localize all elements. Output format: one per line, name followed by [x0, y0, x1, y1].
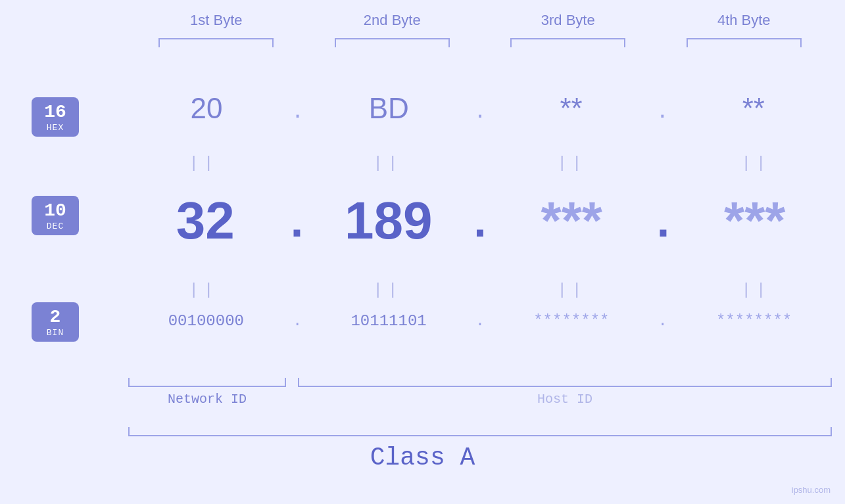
bracket-byte1 — [158, 38, 274, 47]
hex-dot3: . — [659, 94, 666, 124]
dec-dot3: . — [657, 195, 669, 247]
dec-dot1: . — [291, 195, 303, 247]
dec-dot2: . — [473, 195, 486, 247]
dec-byte4: *** — [686, 191, 824, 251]
hex-data-row: 20 . BD . ** . ** — [128, 92, 832, 125]
equals-row-1: || || || || — [128, 154, 832, 172]
hex-byte1: 20 — [137, 92, 276, 125]
bin-data-row: 00100000 . 10111101 . ******** . *******… — [128, 312, 832, 330]
bin-byte3: ******** — [502, 312, 640, 330]
bottom-bracket-host — [298, 378, 832, 387]
bin-byte2: 10111101 — [320, 312, 458, 330]
byte-headers: 1st Byte 2nd Byte 3rd Byte 4th Byte — [128, 12, 832, 29]
header-byte4: 4th Byte — [675, 12, 813, 29]
network-id-label: Network ID — [128, 392, 286, 407]
bracket-byte3 — [510, 38, 625, 47]
eq2-b1: || — [135, 281, 273, 299]
header-byte3: 3rd Byte — [499, 12, 637, 29]
bracket-byte4 — [687, 38, 802, 47]
badge-hex-label: HEX — [35, 123, 76, 133]
header-byte2: 2nd Byte — [323, 12, 461, 29]
badge-hex-number: 16 — [35, 103, 76, 123]
eq1-b1: || — [135, 154, 273, 172]
badge-dec-label: DEC — [35, 221, 76, 231]
badge-dec: 10 DEC — [32, 196, 79, 235]
hex-dot1: . — [294, 94, 301, 124]
hex-byte2: BD — [320, 92, 458, 125]
hex-byte4: ** — [685, 92, 823, 125]
eq2-b2: || — [319, 281, 457, 299]
eq1-b4: || — [687, 154, 825, 172]
footer-text: ipshu.com — [792, 485, 831, 495]
eq1-b2: || — [319, 154, 457, 172]
dec-byte3: *** — [502, 191, 640, 251]
eq1-b3: || — [503, 154, 641, 172]
badge-hex: 16 HEX — [32, 97, 79, 137]
badge-bin-number: 2 — [35, 308, 76, 328]
bracket-byte2 — [335, 38, 450, 47]
badge-hex-box: 16 HEX — [32, 97, 79, 137]
bottom-bracket-network — [128, 378, 286, 387]
equals-row-2: || || || || — [128, 281, 832, 299]
header-byte1: 1st Byte — [147, 12, 285, 29]
bin-byte1: 00100000 — [137, 312, 275, 330]
badge-bin-box: 2 BIN — [32, 302, 79, 342]
bin-dot2: . — [475, 312, 485, 330]
badge-dec-box: 10 DEC — [32, 196, 79, 235]
dec-byte1: 32 — [136, 191, 274, 251]
hex-byte3: ** — [502, 92, 640, 125]
class-label: Class A — [0, 444, 845, 472]
hex-dot2: . — [476, 94, 483, 124]
dec-data-row: 32 . 189 . *** . *** — [128, 191, 832, 251]
badge-bin-label: BIN — [35, 328, 76, 338]
outer-bottom-bracket — [128, 427, 832, 436]
host-id-label: Host ID — [298, 392, 832, 407]
top-brackets — [128, 38, 832, 47]
badge-bin: 2 BIN — [32, 302, 79, 342]
bin-dot3: . — [658, 312, 667, 330]
dec-byte2: 189 — [320, 191, 458, 251]
bin-byte4: ******** — [685, 312, 823, 330]
bin-dot1: . — [293, 312, 302, 330]
eq2-b4: || — [687, 281, 825, 299]
eq2-b3: || — [503, 281, 641, 299]
main-layout: 1st Byte 2nd Byte 3rd Byte 4th Byte 16 H… — [0, 0, 845, 504]
badge-dec-number: 10 — [35, 201, 76, 221]
